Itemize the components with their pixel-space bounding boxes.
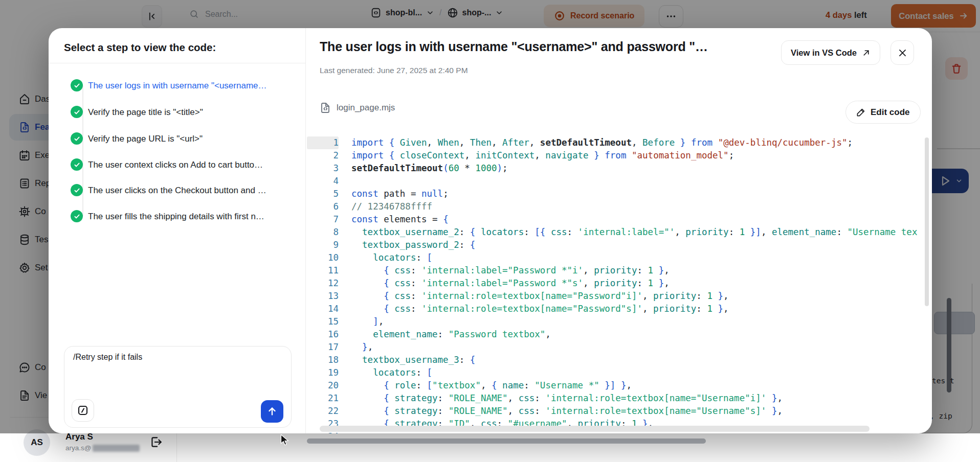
view-code-dialog: Select a step to view the code: The user…: [49, 28, 932, 433]
user-email-prefix: arya.s@: [65, 444, 91, 452]
close-icon: [898, 48, 907, 58]
steps-header-divider: [49, 63, 305, 63]
code-line-3: 3setDefaultTimeout(60 * 1000);: [307, 162, 932, 175]
line-number: 15: [307, 315, 339, 328]
line-number: 14: [307, 303, 339, 315]
line-number: 11: [307, 264, 339, 277]
line-number: 3: [307, 162, 339, 175]
line-number: 20: [307, 379, 339, 392]
line-number: 22: [307, 405, 339, 418]
step-label: Verify the page title is "<title>": [88, 106, 203, 118]
code-line-1: 1import { Given, When, Then, After, setD…: [307, 136, 932, 149]
line-number: 13: [307, 290, 339, 303]
check-circle-icon: [71, 132, 83, 145]
redacted-email-domain: [93, 445, 140, 452]
user-email: arya.s@: [65, 444, 140, 452]
check-circle-icon: [71, 106, 83, 118]
user-name: Arya S: [65, 432, 93, 442]
last-generated-timestamp: Last generated: June 27, 2025 at 2:40 PM: [320, 66, 468, 75]
step-label: The user context clicks on Add to cart b…: [88, 159, 263, 171]
code-line-11: 11 { css: 'internal:label="Password *"i'…: [307, 264, 932, 277]
step-label: Verify the page URL is "<url>": [88, 133, 203, 145]
edit-code-label: Edit code: [871, 107, 910, 118]
line-number: 5: [307, 188, 339, 200]
pane-divider: [305, 28, 306, 433]
code-line-18: 18 textbox_username_3: {: [307, 354, 932, 366]
line-number: 18: [307, 354, 339, 366]
file-code-icon: [319, 102, 331, 114]
line-number: 1: [307, 136, 339, 149]
step-item-2[interactable]: Verify the page title is "<title>": [49, 106, 304, 118]
view-in-vscode-button[interactable]: View in VS Code: [781, 40, 880, 65]
logout-button[interactable]: [149, 435, 163, 449]
steps-connector-line: [82, 85, 83, 216]
code-line-12: 12 { css: 'internal:label="Password *"s'…: [307, 277, 932, 290]
line-number: 17: [307, 341, 339, 354]
submit-prompt-button[interactable]: [261, 400, 283, 423]
line-number: 2: [307, 149, 339, 162]
step-item-4[interactable]: The user context clicks on Add to cart b…: [49, 158, 304, 171]
step-label: The user fills the shipping details with…: [88, 211, 264, 222]
code-line-20: 20 { role: ["textbox", { name: "Username…: [307, 379, 932, 392]
slash-command-icon: [77, 404, 89, 417]
line-number: 16: [307, 328, 339, 341]
line-number: 12: [307, 277, 339, 290]
step-item-3[interactable]: Verify the page URL is "<url>": [49, 132, 304, 145]
edit-code-button[interactable]: Edit code: [845, 101, 921, 124]
horizontal-scrollbar[interactable]: [307, 438, 706, 444]
dialog-title: The user logs in with username "<usernam…: [320, 39, 772, 54]
arrow-up-icon: [266, 406, 278, 417]
logout-icon: [149, 435, 163, 449]
pencil-icon: [856, 107, 866, 117]
check-circle-icon: [71, 158, 83, 171]
line-number: 8: [307, 226, 339, 239]
line-number: 7: [307, 213, 339, 226]
line-number: 21: [307, 392, 339, 405]
code-line-16: 16 element_name: "Password textbox",: [307, 328, 932, 341]
mouse-cursor: [280, 434, 289, 447]
code-line-22: 22 { strategy: "ROLE_NAME", css: 'intern…: [307, 405, 932, 418]
step-item-5[interactable]: The user clicks on the Checkout button a…: [49, 184, 304, 196]
check-circle-icon: [71, 79, 83, 91]
close-dialog-button[interactable]: [890, 40, 914, 65]
line-number: 9: [307, 239, 339, 251]
steps-header: Select a step to view the code:: [64, 41, 216, 54]
code-line-2: 2import { closeContext, initContext, nav…: [307, 149, 932, 162]
code-vertical-scrollbar[interactable]: [925, 137, 929, 306]
code-file-row: login_page.mjs: [319, 102, 395, 114]
code-line-19: 19 locators: [: [307, 366, 932, 379]
check-circle-icon: [71, 210, 83, 222]
line-number: 6: [307, 200, 339, 213]
external-link-icon: [862, 49, 871, 57]
code-line-13: 13 { css: 'internal:role=textbox[name="P…: [307, 290, 932, 303]
code-line-6: 6// 12346788ffff: [307, 200, 932, 213]
code-line-4: 4: [307, 175, 932, 188]
code-line-7: 7const elements = {: [307, 213, 932, 226]
step-label: The user logs in with username "<usernam…: [88, 80, 267, 91]
code-line-9: 9 textbox_password_2: {: [307, 239, 932, 251]
step-label: The user clicks on the Checkout button a…: [88, 184, 266, 196]
line-number: 10: [307, 251, 339, 264]
step-item-6[interactable]: The user fills the shipping details with…: [49, 210, 304, 222]
code-line-21: 21 { strategy: "ROLE_NAME", css: 'intern…: [307, 392, 932, 405]
slash-command-button[interactable]: [72, 399, 94, 422]
screen: Search... shop-bl... / shop-...: [0, 0, 980, 462]
prompt-input[interactable]: /Retry step if it fails: [64, 346, 292, 428]
view-in-vscode-label: View in VS Code: [791, 48, 857, 58]
avatar-initials: AS: [31, 437, 43, 448]
check-circle-icon: [71, 184, 83, 196]
code-line-5: 5const path = null;: [307, 188, 932, 200]
line-number: 4: [307, 175, 339, 188]
code-line-8: 8 textbox_username_2: { locators: [{ css…: [307, 226, 932, 239]
code-line-15: 15 ],: [307, 315, 932, 328]
code-line-17: 17 },: [307, 341, 932, 354]
code-filename: login_page.mjs: [337, 103, 395, 113]
code-line-10: 10 locators: [: [307, 251, 932, 264]
code-horizontal-scrollbar[interactable]: [320, 426, 870, 432]
line-number: 19: [307, 366, 339, 379]
prompt-text: /Retry step if it fails: [73, 353, 142, 362]
step-item-1[interactable]: The user logs in with username "<usernam…: [49, 79, 304, 91]
code-viewer[interactable]: 1import { Given, When, Then, After, setD…: [307, 136, 932, 433]
code-line-14: 14 { css: 'internal:role=textbox[name="P…: [307, 303, 932, 315]
